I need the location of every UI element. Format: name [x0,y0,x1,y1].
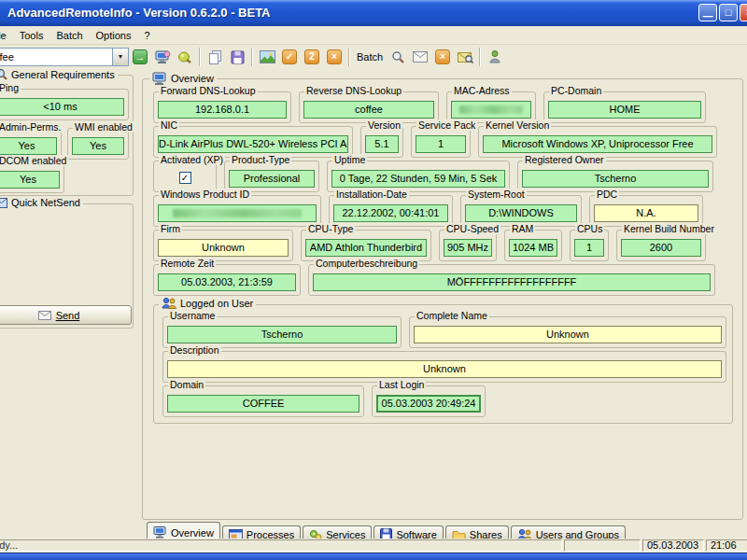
pc-domain-field[interactable]: HOME [548,101,701,119]
domain-field[interactable]: COFFEE [167,395,359,413]
cpus-group: CPUs 1 [570,230,609,261]
censored-value [459,105,524,114]
rescan-icon [177,50,192,63]
admin-perms-field[interactable]: Yes [0,137,57,155]
overview-group: Overview Forward DNS-Lookup 192.168.0.1 … [142,78,743,520]
host-combobox[interactable]: coffee ▼ [0,48,129,66]
save-button[interactable] [227,47,247,67]
mac-address-field[interactable] [451,101,531,119]
service-pack-field[interactable]: 1 [416,135,466,153]
cpus-field[interactable]: 1 [574,239,604,257]
kernel-version-label: Kernel Version [484,119,551,131]
kernel-build-field[interactable]: 2600 [621,239,701,257]
copy-button[interactable] [204,47,225,67]
overview-row-3: Activated (XP) ✓ Product-Type Profession… [153,161,733,192]
logged-on-user-group: Logged on User Username Tscherno Complet… [153,304,733,424]
person-icon [489,50,500,63]
user-description-field[interactable]: Unknown [167,360,722,378]
domain-group: Domain COFFEE [162,385,364,417]
installation-date-group: Installation-Date 22.12.2002, 00:41:01 [329,195,453,227]
close-button[interactable]: × [740,4,747,21]
computer-info-button[interactable] [152,47,173,67]
menu-batch[interactable]: Batch [49,28,89,43]
batch-remove-button[interactable]: × [432,47,453,67]
cpu-type-label: CPU-Type [306,223,355,234]
product-type-label: Product-Type [230,154,291,165]
version-field[interactable]: 5.1 [365,135,399,153]
pdc-group: PDC N.A. [589,195,703,227]
connect-button[interactable]: → [130,47,150,67]
menu-options[interactable]: Options [90,28,138,43]
complete-name-field[interactable]: Unknown [414,326,722,343]
firm-field[interactable]: Unknown [158,239,289,257]
last-login-field[interactable]: 05.03.2003 20:49:24 [376,395,481,413]
username-group: Username Tscherno [162,316,402,348]
pc-domain-group: PC-Domain HOME [543,91,706,123]
app-window: AdvancedRemoteInfo - Version 0.6.2.0 - B… [0,0,747,553]
registered-owner-label: Registered Owner [523,154,606,165]
kernel-version-field[interactable]: Microsoft Windows XP, Uniprocessor Free [483,135,712,153]
mac-address-group: MAC-Adress [446,91,536,123]
go-arrow-icon: → [133,49,148,64]
wmi-enabled-label: WMI enabled [73,121,134,133]
rescan-host-button[interactable] [175,47,195,67]
mail-icon [413,51,428,63]
pdc-field[interactable]: N.A. [594,204,698,222]
reverse-dns-group: Reverse DNS-Lookup coffee [299,91,439,123]
wmi-enabled-field[interactable]: Yes [72,137,124,155]
mail-search-button[interactable] [455,47,475,67]
installation-date-field[interactable]: 22.12.2002, 00:41:01 [333,204,448,222]
logged-user-row-1: Username Tscherno Complete Name Unknown [162,316,724,348]
send-button[interactable]: Send [0,305,132,325]
kernel-build-group: Kernel Build Number 2600 [616,230,706,261]
cpu-speed-field[interactable]: 905 MHz [444,239,492,257]
batch-netsend-button[interactable] [410,47,430,67]
menu-tools[interactable]: Tools [13,28,50,43]
forward-dns-field[interactable]: 192.168.0.1 [158,101,287,119]
uptime-label: Uptime [332,154,367,165]
cpu-type-field[interactable]: AMD Athlon Thunderbird [305,239,427,257]
minimize-button[interactable]: — [698,4,717,21]
forward-dns-label: Forward DNS-Lookup [159,85,258,96]
screen: AdvancedRemoteInfo - Version 0.6.2.0 - B… [0,0,747,560]
uncheck-all-button[interactable]: × [324,47,345,67]
product-type-field[interactable]: Professional [229,170,315,188]
ram-field[interactable]: 1024 MB [509,239,557,257]
ping-field[interactable]: <10 ms [0,98,124,116]
username-field[interactable]: Tscherno [167,326,397,343]
quick-netsend-title: Quick NetSend [11,197,80,208]
remote-time-group: Remote Zeit 05.03.2003, 21:3:59 [153,264,301,296]
kernel-version-group: Kernel Version Microsoft Windows XP, Uni… [478,126,717,158]
computer-description-label: Computerbeschreibung [314,258,419,269]
check-all-button[interactable]: ✓ [279,47,300,67]
activated-xp-checkbox[interactable]: ✓ [179,172,191,184]
windows-product-id-field[interactable] [158,204,317,222]
report-button[interactable] [257,47,277,67]
overview-title: Overview [171,73,214,84]
user-button[interactable] [485,47,505,67]
overview-row-5: Firm Unknown CPU-Type AMD Athlon Thunder… [153,230,733,261]
nic-label: NIC [159,119,179,131]
remote-time-field[interactable]: 05.03.2003, 21:3:59 [158,273,296,291]
invert-selection-button[interactable]: 2 [302,47,322,67]
host-combobox-value[interactable]: coffee [0,49,112,65]
last-login-label: Last Login [377,379,426,390]
logged-user-row-3: Domain COFFEE Last Login 05.03.2003 20:4… [162,385,724,417]
nic-field[interactable]: D-Link AirPlus DWL-520+ Wireless PCI Ada… [158,135,348,153]
batch-search-button[interactable] [388,47,408,67]
chevron-down-icon[interactable]: ▼ [112,49,128,65]
censored-value [173,209,302,217]
reverse-dns-field[interactable]: coffee [303,101,434,119]
activated-xp-group: Activated (XP) ✓ [153,161,217,192]
maximize-button[interactable]: □ [719,4,738,21]
check-all-icon: ✓ [282,49,297,64]
computer-description-field[interactable]: MÖFFFFFFFFFFFFFFFFFF [313,273,711,291]
registered-owner-field[interactable]: Tscherno [522,170,709,188]
menu-file[interactable]: File [0,28,13,43]
dcom-enabled-field[interactable]: Yes [0,171,60,189]
menu-help[interactable]: ? [137,28,156,43]
uptime-field[interactable]: 0 Tage, 22 Stunden, 59 Min, 5 Sek [331,170,505,188]
firm-group: Firm Unknown [153,230,293,261]
user-description-group: Description Unknown [162,351,726,383]
system-root-field[interactable]: D:\WINDOWS [465,204,577,222]
